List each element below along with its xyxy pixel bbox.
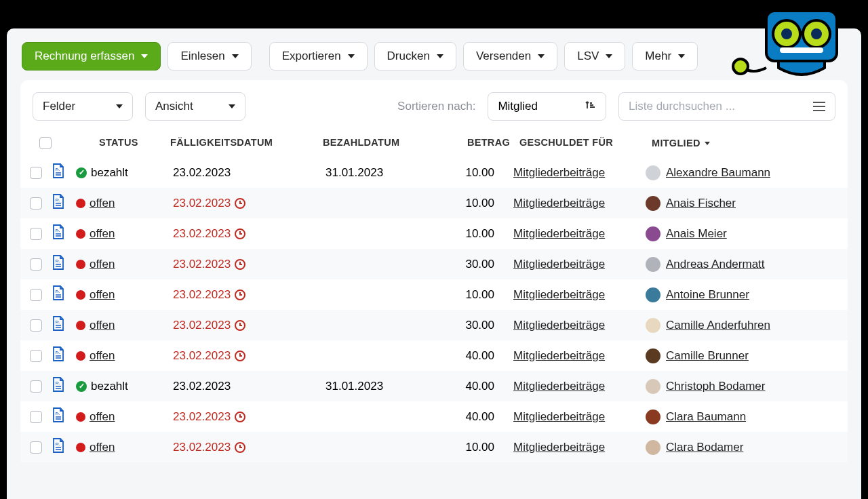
row-checkbox[interactable] bbox=[30, 350, 42, 362]
sort-select[interactable]: Mitglied bbox=[488, 92, 606, 121]
owed-for-link[interactable]: Mitgliederbeiträge bbox=[513, 410, 605, 423]
member-link[interactable]: Anais Fischer bbox=[666, 197, 736, 210]
search-box[interactable] bbox=[618, 92, 835, 121]
table-header: STATUS FÄLLIGKEITSDATUM BEZAHLDATUM BETR… bbox=[20, 132, 848, 157]
member-cell: Camille Anderfuhren bbox=[646, 318, 822, 333]
invoice-icon[interactable]: Fr. bbox=[52, 407, 65, 423]
status-link[interactable]: offen bbox=[90, 227, 115, 241]
member-link[interactable]: Alexandre Baumann bbox=[666, 166, 770, 180]
row-checkbox[interactable] bbox=[30, 441, 42, 454]
row-checkbox[interactable] bbox=[30, 411, 42, 423]
table-row: Fr. offen 23.02.2023 40.00 Mitgliederbei… bbox=[20, 401, 848, 432]
avatar bbox=[646, 196, 660, 211]
status-link[interactable]: offen bbox=[90, 441, 115, 454]
member-link[interactable]: Christoph Bodamer bbox=[666, 380, 765, 393]
row-checkbox[interactable] bbox=[30, 289, 42, 301]
member-cell: Clara Baumann bbox=[646, 410, 822, 424]
owed-for-link[interactable]: Mitgliederbeiträge bbox=[513, 166, 605, 179]
member-link[interactable]: Clara Baumann bbox=[666, 410, 746, 424]
member-link[interactable]: Camille Anderfuhren bbox=[666, 319, 770, 332]
clock-icon bbox=[235, 442, 245, 453]
lsv-button[interactable]: LSV bbox=[564, 42, 625, 71]
table-row: Fr. offen 23.02.2023 10.00 Mitgliederbei… bbox=[20, 432, 848, 462]
clock-icon bbox=[235, 290, 245, 300]
send-button[interactable]: Versenden bbox=[463, 42, 557, 71]
owed-for-link[interactable]: Mitgliederbeiträge bbox=[513, 288, 605, 301]
due-date-overdue: 23.02.2023 bbox=[173, 227, 245, 241]
search-input[interactable] bbox=[629, 100, 813, 113]
chevron-down-icon bbox=[141, 54, 148, 58]
avatar bbox=[646, 348, 660, 363]
table-row: Fr. offen 23.02.2023 30.00 Mitgliederbei… bbox=[20, 310, 848, 340]
due-date: 23.02.2023 bbox=[173, 380, 231, 393]
invoice-icon[interactable]: Fr. bbox=[52, 193, 65, 209]
row-checkbox[interactable] bbox=[30, 258, 42, 271]
open-icon bbox=[76, 321, 85, 330]
svg-text:Fr.: Fr. bbox=[56, 167, 60, 172]
create-invoice-button[interactable]: Rechnung erfassen bbox=[22, 42, 161, 71]
invoice-icon[interactable]: Fr. bbox=[52, 254, 65, 271]
status-link[interactable]: offen bbox=[90, 197, 115, 210]
owed-for-link[interactable]: Mitgliederbeiträge bbox=[513, 319, 605, 332]
table-row: Fr. offen 23.02.2023 10.00 Mitgliederbei… bbox=[20, 279, 848, 310]
row-checkbox[interactable] bbox=[30, 380, 42, 393]
member-link[interactable]: Clara Bodamer bbox=[666, 441, 743, 454]
status-text: bezahlt bbox=[91, 166, 128, 180]
status-link[interactable]: offen bbox=[90, 258, 115, 271]
sort-label: Sortieren nach: bbox=[397, 100, 475, 113]
status-link[interactable]: offen bbox=[90, 410, 115, 424]
row-checkbox[interactable] bbox=[30, 228, 42, 240]
owed-for-link[interactable]: Mitgliederbeiträge bbox=[513, 197, 605, 209]
select-all-checkbox[interactable] bbox=[39, 137, 52, 149]
invoice-icon[interactable]: Fr. bbox=[52, 315, 65, 332]
col-member[interactable]: MITGLIED bbox=[652, 137, 794, 149]
owed-for-link[interactable]: Mitgliederbeiträge bbox=[513, 380, 605, 393]
chevron-down-icon bbox=[437, 54, 443, 58]
list-controls: Felder Ansicht Sortieren nach: Mitglied bbox=[20, 92, 848, 132]
invoice-icon[interactable]: Fr. bbox=[52, 437, 65, 454]
member-link[interactable]: Camille Brunner bbox=[666, 349, 749, 363]
row-checkbox[interactable] bbox=[30, 167, 42, 179]
owed-for-link[interactable]: Mitgliederbeiträge bbox=[513, 441, 605, 454]
invoice-icon[interactable]: Fr. bbox=[52, 346, 65, 362]
svg-text:Fr.: Fr. bbox=[56, 198, 60, 202]
invoice-icon[interactable]: Fr. bbox=[52, 224, 65, 240]
open-icon bbox=[76, 290, 85, 300]
status-link[interactable]: offen bbox=[90, 288, 115, 302]
view-select[interactable]: Ansicht bbox=[145, 92, 245, 121]
row-checkbox[interactable] bbox=[30, 197, 42, 209]
table-row: Fr. offen 23.02.2023 30.00 Mitgliederbei… bbox=[20, 249, 848, 279]
chevron-down-icon bbox=[229, 104, 235, 108]
col-paid: BEZAHLDATUM bbox=[323, 137, 448, 149]
svg-text:Fr.: Fr. bbox=[56, 442, 60, 446]
member-link[interactable]: Antoine Brunner bbox=[666, 288, 749, 302]
export-button[interactable]: Exportieren bbox=[269, 42, 368, 71]
clock-icon bbox=[235, 320, 245, 331]
open-icon bbox=[76, 412, 85, 422]
fields-select[interactable]: Felder bbox=[33, 92, 133, 121]
avatar bbox=[646, 318, 660, 333]
owed-for-link[interactable]: Mitgliederbeiträge bbox=[513, 258, 605, 271]
print-button[interactable]: Drucken bbox=[374, 42, 456, 71]
status-cell: offen bbox=[76, 410, 173, 424]
amount: 40.00 bbox=[451, 349, 513, 363]
member-link[interactable]: Anais Meier bbox=[666, 227, 727, 241]
status-cell: bezahlt bbox=[76, 166, 173, 180]
status-link[interactable]: offen bbox=[90, 319, 115, 332]
owed-for-link[interactable]: Mitgliederbeiträge bbox=[513, 227, 605, 240]
status-link[interactable]: offen bbox=[90, 349, 115, 363]
avatar bbox=[646, 287, 660, 302]
filter-icon[interactable] bbox=[813, 102, 825, 111]
invoice-icon[interactable]: Fr. bbox=[52, 285, 65, 301]
open-icon bbox=[76, 260, 85, 269]
member-cell: Alexandre Baumann bbox=[646, 165, 822, 180]
import-button[interactable]: Einlesen bbox=[167, 42, 251, 71]
row-checkbox[interactable] bbox=[30, 319, 42, 332]
member-link[interactable]: Andreas Andermatt bbox=[666, 258, 765, 271]
owed-for-link[interactable]: Mitgliederbeiträge bbox=[513, 349, 605, 362]
invoice-icon[interactable]: Fr. bbox=[52, 163, 65, 179]
status-cell: bezahlt bbox=[76, 380, 173, 393]
invoice-icon[interactable]: Fr. bbox=[52, 376, 65, 393]
more-button[interactable]: Mehr bbox=[632, 42, 698, 71]
due-date-overdue: 23.02.2023 bbox=[173, 410, 245, 424]
